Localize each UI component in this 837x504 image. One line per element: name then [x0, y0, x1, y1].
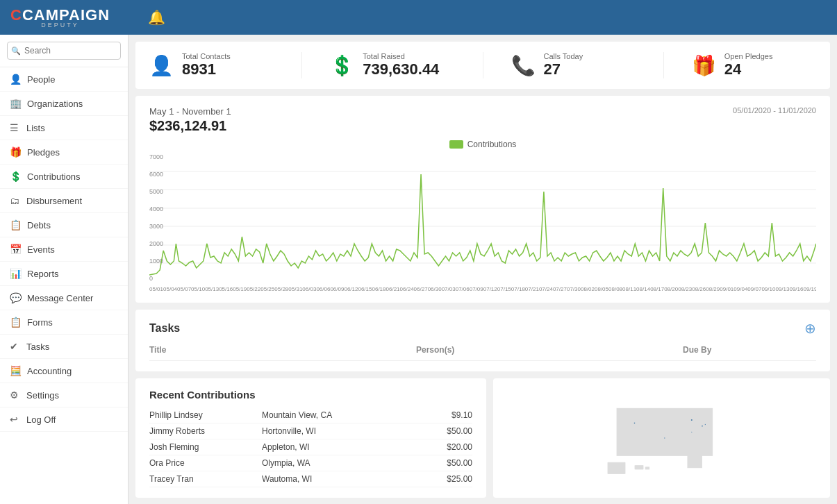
rc-location-2: Appleton, WI [262, 442, 431, 452]
sidebar-label-disbursement: Disbursement [26, 196, 82, 206]
pledges-stat-icon: 🎁 [692, 54, 716, 77]
map-area [493, 378, 830, 498]
chart-x-labels: 05/0105/0405/0705/1005/1305/1605/1905/22… [149, 286, 816, 292]
pledges-icon: 🎁 [10, 146, 22, 158]
sidebar-item-reports[interactable]: 📊 Reports [0, 262, 128, 286]
sidebar-label-people: People [27, 74, 55, 85]
pledges-label: Open Pledges [724, 52, 773, 60]
rc-name-2: Josh Fleming [149, 442, 262, 452]
contributions-icon: 💲 [10, 171, 22, 182]
events-icon: 📅 [10, 244, 22, 255]
svg-point-14 [664, 437, 665, 438]
chart-date-range: May 1 - November 1 [149, 106, 231, 117]
rc-name-0: Phillip Lindsey [149, 410, 262, 420]
sidebar-label-debts: Debts [27, 220, 51, 230]
bell-icon[interactable]: 🔔 [148, 9, 165, 26]
reports-icon: 📊 [10, 268, 22, 279]
bottom-row: Recent Contributions Phillip Lindsey Mou… [135, 378, 830, 498]
sidebar-item-log-off[interactable]: ↩ Log Off [0, 408, 128, 432]
sidebar-item-debts[interactable]: 📋 Debts [0, 213, 128, 237]
svg-point-9 [691, 419, 693, 421]
sidebar-item-contributions[interactable]: 💲 Contributions [0, 165, 128, 189]
search-input[interactable] [7, 42, 121, 60]
sidebar-item-settings[interactable]: ⚙ Settings [0, 383, 128, 408]
us-map [500, 393, 823, 483]
sidebar-item-lists[interactable]: ☰ Lists [0, 116, 128, 140]
stat-open-pledges: 🎁 Open Pledges 24 [692, 52, 816, 78]
sidebar-item-message-center[interactable]: 💬 Message Center [0, 286, 128, 310]
sidebar-label-reports: Reports [27, 269, 59, 279]
sidebar-item-organizations[interactable]: 🏢 Organizations [0, 92, 128, 116]
rc-row-4: Tracey Tran Wautoma, WI $25.00 [149, 471, 472, 487]
stats-row: 👤 Total Contacts 8931 💲 Total Raised 739… [135, 42, 830, 89]
accounting-icon: 🧮 [10, 365, 22, 376]
sidebar-item-forms[interactable]: 📋 Forms [0, 310, 128, 335]
sidebar-label-lists: Lists [26, 123, 45, 133]
rc-amount-3: $50.00 [431, 458, 472, 468]
y-label-5000: 5000 [149, 188, 163, 195]
sidebar-item-people[interactable]: 👤 People [0, 67, 128, 92]
y-label-3000: 3000 [149, 223, 163, 230]
person-icon: 👤 [10, 74, 22, 85]
chart-total: $236,124.91 [149, 118, 231, 134]
sidebar-label-contributions: Contributions [27, 171, 81, 182]
chart-date-label: 05/01/2020 - 11/01/2020 [733, 106, 816, 115]
y-label-0: 0 [149, 275, 163, 282]
logoff-icon: ↩ [10, 414, 21, 425]
sidebar-label-organizations: Organizations [27, 99, 83, 109]
tasks-col-dueby: Due By [683, 345, 816, 355]
sidebar-label-accounting: Accounting [27, 366, 72, 376]
sidebar-label-settings: Settings [26, 390, 59, 401]
y-label-4000: 4000 [149, 205, 163, 212]
sidebar-item-tasks[interactable]: ✔ Tasks [0, 335, 128, 359]
tasks-nav-icon: ✔ [10, 341, 21, 352]
legend-color [449, 140, 463, 149]
stat-calls-today: 📞 Calls Today 27 [511, 52, 636, 78]
rc-amount-0: $9.10 [431, 410, 472, 420]
sidebar-label-events: Events [27, 244, 55, 255]
sidebar-item-events[interactable]: 📅 Events [0, 237, 128, 262]
rc-location-3: Olympia, WA [262, 458, 431, 468]
sidebar-label-tasks: Tasks [26, 342, 49, 352]
tasks-col-persons: Person(s) [416, 345, 683, 355]
pledges-value: 24 [724, 60, 773, 78]
tasks-header: Tasks ⊕ [149, 320, 816, 337]
rc-name-1: Jimmy Roberts [149, 426, 262, 436]
chart-area: May 1 - November 1 $236,124.91 05/01/202… [135, 96, 830, 303]
disbursement-icon: 🗂 [10, 195, 21, 206]
svg-rect-6 [608, 462, 626, 474]
sidebar-item-accounting[interactable]: 🧮 Accounting [0, 359, 128, 383]
svg-point-11 [705, 424, 706, 425]
contacts-label: Total Contacts [182, 52, 231, 60]
org-icon: 🏢 [10, 98, 22, 109]
tasks-area: Tasks ⊕ Title Person(s) Due By [135, 310, 830, 371]
y-axis-labels: 7000 6000 5000 4000 3000 2000 1000 0 [149, 153, 166, 282]
calls-label: Calls Today [544, 52, 583, 60]
rc-row-0: Phillip Lindsey Mountain View, CA $9.10 [149, 408, 472, 423]
recent-contributions: Recent Contributions Phillip Lindsey Mou… [135, 378, 486, 498]
sidebar-label-forms: Forms [27, 317, 53, 328]
message-icon: 💬 [10, 292, 22, 303]
chart-legend: Contributions [149, 140, 816, 149]
sidebar-item-disbursement[interactable]: 🗂 Disbursement [0, 189, 128, 213]
sidebar-label-message-center: Message Center [27, 293, 93, 303]
rc-row-1: Jimmy Roberts Hortonville, WI $50.00 [149, 423, 472, 439]
top-header: CCAMPAIGN DEPUTY 🔔 [0, 0, 837, 35]
logo-area: CCAMPAIGN DEPUTY [10, 6, 134, 28]
rc-name-4: Tracey Tran [149, 474, 262, 484]
forms-icon: 📋 [10, 317, 22, 328]
lists-icon: ☰ [10, 122, 21, 133]
stat-divider-3 [663, 52, 664, 78]
calls-stat-icon: 📞 [511, 54, 536, 77]
rc-amount-2: $20.00 [431, 442, 472, 452]
chart-header: May 1 - November 1 $236,124.91 05/01/202… [149, 106, 816, 134]
add-task-button[interactable]: ⊕ [804, 320, 816, 337]
chart-wrapper: 7000 6000 5000 4000 3000 2000 1000 0 [149, 153, 816, 292]
sidebar-item-pledges[interactable]: 🎁 Pledges [0, 140, 128, 165]
rc-row-3: Ora Price Olympia, WA $50.00 [149, 455, 472, 471]
bell-area: 🔔 [134, 9, 827, 26]
stat-divider-1 [301, 52, 302, 78]
contacts-value: 8931 [182, 60, 231, 78]
logo-c: C [10, 6, 22, 24]
main-content: 👤 Total Contacts 8931 💲 Total Raised 739… [129, 35, 837, 504]
